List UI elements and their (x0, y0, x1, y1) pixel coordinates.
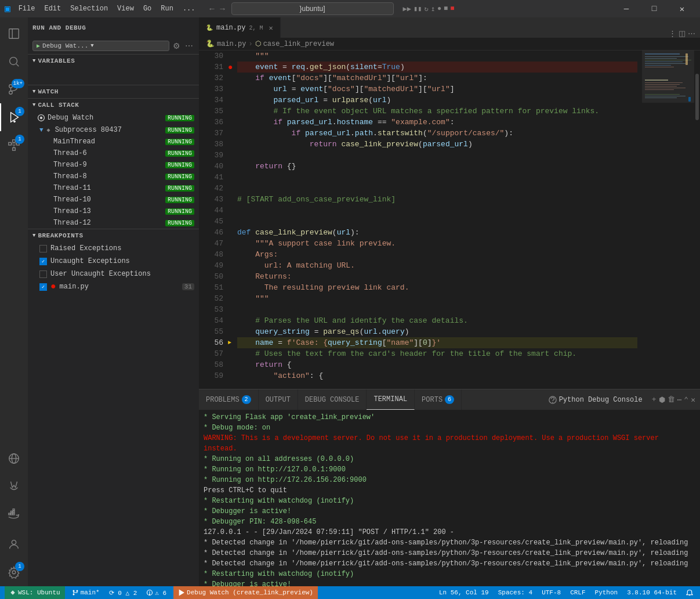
add-terminal-button[interactable]: + (652, 395, 657, 404)
toolbar-step[interactable]: ↥ (431, 5, 435, 13)
code-line-54: # Parses the URL and identify the case d… (237, 315, 637, 326)
svg-rect-50 (686, 53, 688, 65)
spaces-label: Spaces: 4 (498, 589, 532, 596)
breakpoint-raised[interactable]: Raised Exceptions (28, 242, 199, 255)
debug-indicator: ■ (450, 5, 454, 13)
activity-settings[interactable]: 1 (0, 558, 28, 586)
tab-close-button[interactable]: ✕ (269, 24, 273, 33)
uncaught-checkbox[interactable]: ✓ (39, 258, 47, 265)
watch-header[interactable]: ▼ WATCH (28, 85, 199, 98)
editor-layout-button[interactable]: ◫ (679, 29, 686, 38)
svg-rect-25 (11, 511, 13, 513)
call-stack-group-header[interactable]: Debug Watch RUNNING (28, 111, 199, 124)
toolbar-stop[interactable]: ■ (444, 5, 448, 13)
minimize-button[interactable]: — (613, 0, 640, 17)
tab-main-py[interactable]: 🐍 main.py 2, M ✕ (199, 17, 281, 38)
tab-debug-console[interactable]: DEBUG CONSOLE (298, 389, 367, 410)
activity-testing[interactable] (0, 472, 28, 500)
git-branch-status[interactable]: main* (70, 586, 102, 599)
scrollbar-thumb[interactable] (695, 74, 699, 120)
variables-header[interactable]: ▼ VARIABLES (28, 55, 199, 67)
encoding-status[interactable]: UTF-8 (539, 586, 563, 599)
thread-9[interactable]: Thread-9 RUNNING (28, 159, 199, 171)
activity-remote[interactable] (0, 445, 28, 472)
python-version-status[interactable]: 3.8.10 64-bit (625, 586, 679, 599)
activity-account[interactable] (0, 531, 28, 558)
thread-8[interactable]: Thread-8 RUNNING (28, 171, 199, 182)
activity-docker[interactable] (0, 500, 28, 528)
code-line-53 (237, 304, 637, 315)
menu-selection[interactable]: Selection (67, 3, 111, 14)
debug-settings-button[interactable]: ⚙ (172, 40, 182, 52)
thread-12[interactable]: Thread-12 RUNNING (28, 217, 199, 229)
command-search[interactable] (231, 2, 394, 15)
debug-more-button[interactable]: ⋯ (184, 40, 194, 52)
language-status[interactable]: Python (593, 586, 621, 599)
line-ending-status[interactable]: CRLF (568, 586, 587, 599)
debug-status[interactable]: Debug Watch (create_link_preview) (173, 586, 318, 599)
close-button[interactable]: ✕ (669, 0, 695, 17)
code-content[interactable]: """ event = req.get_json(silent=True) if… (237, 50, 642, 389)
code-line-49: url: A matching URL. (237, 260, 637, 271)
forward-button[interactable]: → (219, 4, 227, 13)
thread-mainthread[interactable]: MainThread RUNNING (28, 136, 199, 147)
call-stack-header[interactable]: ▼ CALL STACK (28, 99, 199, 111)
tab-problems[interactable]: PROBLEMS 2 (199, 389, 259, 410)
split-editor-button[interactable]: ⋮ (669, 29, 676, 38)
collapse-panel-button[interactable]: ⌃ (684, 395, 688, 405)
toolbar-record[interactable]: ● (437, 5, 441, 13)
menu-run[interactable]: Run (157, 3, 177, 14)
activity-extensions[interactable]: 1 (0, 131, 28, 159)
split-terminal-button[interactable]: ⬢ (659, 395, 665, 405)
code-editor[interactable]: 30 31 32 33 34 35 36 37 38 39 40 41 42 4… (199, 50, 700, 389)
tab-output[interactable]: OUTPUT (259, 389, 298, 410)
notifications-status[interactable] (684, 586, 695, 599)
spaces-status[interactable]: Spaces: 4 (496, 586, 535, 599)
language-label: Python (595, 589, 618, 596)
breakpoint-uncaught[interactable]: ✓ Uncaught Exceptions (28, 255, 199, 268)
thread-13[interactable]: Thread-13 RUNNING (28, 205, 199, 217)
tab-ports[interactable]: PORTS 6 (415, 389, 462, 410)
terminal-body[interactable]: * Serving Flask app 'create_link_preview… (199, 410, 700, 586)
tab-terminal[interactable]: TERMINAL (367, 389, 415, 410)
toolbar-debug[interactable]: ▶▶ (403, 5, 411, 13)
menu-edit[interactable]: Edit (41, 3, 64, 14)
thread-6[interactable]: Thread-6 RUNNING (28, 147, 199, 159)
breadcrumb-symbol[interactable]: case_link_preview (263, 40, 334, 48)
breakpoint-main-py[interactable]: ✓ ● main.py 31 (28, 280, 199, 293)
breadcrumb-file[interactable]: main.py (217, 40, 246, 48)
back-button[interactable]: ← (208, 4, 216, 13)
code-line-33: url = event["docs"]["matchedUrl"]["url"] (237, 84, 637, 95)
activity-search[interactable] (0, 48, 28, 75)
main-py-checkbox[interactable]: ✓ (39, 283, 47, 291)
more-actions-button[interactable]: ⋯ (688, 29, 695, 38)
breakpoints-header[interactable]: ▼ BREAKPOINTS (28, 229, 199, 242)
menu-go[interactable]: Go (140, 3, 155, 14)
toolbar-pause[interactable]: ▮▮ (414, 5, 422, 13)
thread-10[interactable]: Thread-10 RUNNING (28, 194, 199, 205)
remote-status[interactable]: WSL: Ubuntu (5, 586, 65, 599)
menu-file[interactable]: File (15, 3, 39, 14)
sync-status[interactable]: ⟳ 0 △ 2 (107, 586, 140, 599)
vertical-scrollbar[interactable] (694, 50, 700, 389)
breakpoint-user-uncaught[interactable]: User Uncaught Exceptions (28, 268, 199, 280)
user-uncaught-checkbox[interactable] (39, 270, 47, 278)
debug-config-selector[interactable]: ▶ Debug Wat... ▼ (32, 41, 169, 51)
thread-11[interactable]: Thread-11 RUNNING (28, 182, 199, 194)
subprocess-header[interactable]: ▼ ◆ Subprocess 80437 RUNNING (28, 124, 199, 136)
activity-source-control[interactable]: 1k+ (0, 75, 28, 103)
raised-checkbox[interactable] (39, 245, 47, 252)
more-terminal-button[interactable]: ⋯ (677, 395, 682, 405)
activity-run-debug[interactable]: 1 (0, 103, 28, 131)
errors-status[interactable]: ⚠ 6 (144, 586, 169, 599)
trash-terminal-button[interactable]: 🗑 (668, 395, 675, 404)
maximize-button[interactable]: □ (641, 0, 668, 17)
variables-title: VARIABLES (38, 57, 75, 64)
position-status[interactable]: Ln 56, Col 19 (437, 586, 491, 599)
problems-badge: 2 (242, 395, 251, 404)
toolbar-restart[interactable]: ↻ (424, 5, 428, 13)
close-panel-button[interactable]: ✕ (691, 395, 695, 405)
activity-explorer[interactable] (0, 20, 28, 48)
menu-view[interactable]: View (114, 3, 137, 14)
menu-more[interactable]: ... (179, 3, 199, 14)
